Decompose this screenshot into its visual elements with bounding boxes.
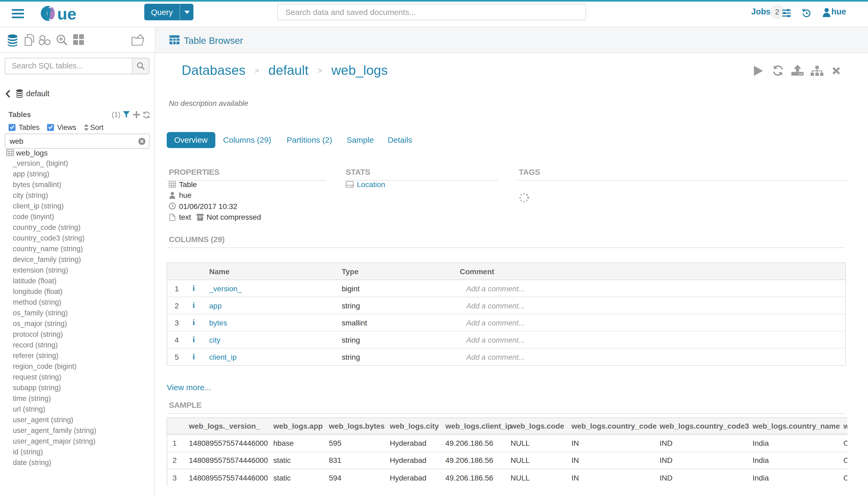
database-name[interactable]: default xyxy=(26,89,49,98)
assist-cubes-icon[interactable] xyxy=(38,34,51,46)
query-button[interactable]: Query xyxy=(144,4,193,20)
tab-link[interactable]: Sample xyxy=(347,135,374,144)
column-list-item[interactable]: _version_ (bigint) xyxy=(13,158,96,169)
column-list-item[interactable]: protocol (string) xyxy=(13,329,96,340)
sql-tables-search-placeholder[interactable]: Search SQL tables... xyxy=(5,58,132,74)
column-name-link[interactable]: client_ip xyxy=(201,348,335,365)
execute-icon[interactable] xyxy=(754,66,763,76)
tab-sample[interactable]: Sample xyxy=(347,135,374,145)
column-list-item[interactable]: country_code3 (string) xyxy=(13,233,96,244)
breadcrumb-item[interactable]: default xyxy=(268,63,309,78)
assist-apps-grid-icon[interactable] xyxy=(73,34,84,45)
column-comment[interactable]: Add a comment... xyxy=(453,331,846,348)
column-list-item[interactable]: date (string) xyxy=(13,458,96,468)
column-list-item[interactable]: client_ip (string) xyxy=(13,201,96,212)
tab-link[interactable]: Partitions (2) xyxy=(287,135,332,144)
database-breadcrumb[interactable]: default xyxy=(5,89,49,98)
column-list-item[interactable]: device_family (string) xyxy=(13,254,96,265)
column-list-item[interactable]: record (string) xyxy=(13,340,96,351)
column-list-item[interactable]: city (string) xyxy=(13,190,96,201)
sitemap-icon[interactable] xyxy=(810,66,823,76)
refresh-icon[interactable] xyxy=(143,111,150,119)
column-name-link[interactable]: bytes xyxy=(201,314,335,331)
info-icon[interactable]: i xyxy=(186,280,201,297)
column-comment[interactable]: Add a comment... xyxy=(453,297,846,314)
column-name-link[interactable]: app xyxy=(201,297,335,314)
column-list-item[interactable]: method (string) xyxy=(13,297,96,308)
column-list-item[interactable]: country_name (string) xyxy=(13,244,96,254)
refresh-table-icon[interactable] xyxy=(772,65,784,76)
assist-documents-icon[interactable] xyxy=(23,34,35,46)
sliders-icon[interactable] xyxy=(782,9,791,18)
column-list-item[interactable]: os_family (string) xyxy=(13,308,96,319)
column-list-item[interactable]: time (string) xyxy=(13,393,96,404)
info-icon[interactable]: i xyxy=(186,348,201,365)
query-button-label[interactable]: Query xyxy=(144,4,179,20)
upload-icon[interactable] xyxy=(791,65,804,76)
tab-details[interactable]: Details xyxy=(388,135,412,145)
column-list-item[interactable]: app (string) xyxy=(13,169,96,180)
column-list-item[interactable]: bytes (smallint) xyxy=(13,180,96,190)
tab-link[interactable]: Details xyxy=(388,135,412,144)
column-list-item[interactable]: referer (string) xyxy=(13,351,96,361)
column-list-item[interactable]: url (string) xyxy=(13,404,96,415)
column-list-item[interactable]: user_agent (string) xyxy=(13,415,96,425)
column-comment[interactable]: Add a comment... xyxy=(453,314,846,331)
tab-overview[interactable]: Overview xyxy=(167,132,215,148)
column-comment[interactable]: Add a comment... xyxy=(453,348,846,365)
close-icon[interactable] xyxy=(832,66,841,75)
column-list-item[interactable]: subapp (string) xyxy=(13,383,96,393)
column-list-item[interactable]: request (string) xyxy=(13,372,96,383)
hue-logo[interactable]: c ue xyxy=(38,5,95,22)
table-tree-item[interactable]: web_logs xyxy=(6,149,48,157)
column-list-item[interactable]: user_agent_family (string) xyxy=(13,425,96,436)
tables-checkbox[interactable] xyxy=(9,124,16,131)
column-list-item[interactable]: extension (string) xyxy=(13,265,96,276)
add-icon[interactable] xyxy=(133,111,140,118)
breadcrumb-item[interactable]: Databases xyxy=(182,63,246,78)
tab-columns-29-[interactable]: Columns (29) xyxy=(223,135,271,145)
column-list-item[interactable]: region_code (bigint) xyxy=(13,361,96,372)
column-comment[interactable]: Add a comment... xyxy=(453,280,846,297)
info-icon[interactable]: i xyxy=(186,331,201,348)
column-list-item[interactable]: country_code (string) xyxy=(13,222,96,233)
filter-icon[interactable] xyxy=(123,111,130,118)
sort-icon[interactable] xyxy=(84,124,89,131)
breadcrumb-item[interactable]: web_logs xyxy=(331,63,388,78)
sort-label[interactable]: Sort xyxy=(90,123,104,131)
column-list-item[interactable]: os_major (string) xyxy=(13,319,96,329)
sql-tables-search[interactable]: Search SQL tables... xyxy=(5,58,149,74)
column-list-item[interactable]: id (string) xyxy=(13,447,96,458)
column-name-link[interactable]: _version_ xyxy=(201,280,335,297)
info-icon[interactable]: i xyxy=(186,297,201,314)
clear-filter-icon[interactable] xyxy=(138,138,145,145)
column-list-item[interactable]: latitude (float) xyxy=(13,276,96,286)
query-dropdown-caret[interactable] xyxy=(179,4,193,20)
info-icon[interactable]: i xyxy=(186,314,201,331)
tab-partitions-2-[interactable]: Partitions (2) xyxy=(287,135,332,145)
jobs-link[interactable]: Jobs xyxy=(751,7,771,17)
views-checkbox[interactable] xyxy=(47,124,54,131)
user-name[interactable]: hue xyxy=(832,7,846,17)
assist-sql-db-icon[interactable] xyxy=(7,34,18,46)
column-list-item[interactable]: longitude (float) xyxy=(13,286,96,297)
location-link[interactable]: Location xyxy=(357,180,385,189)
table-filter-input[interactable]: web xyxy=(5,134,149,149)
history-icon[interactable] xyxy=(802,9,811,18)
global-search-input[interactable] xyxy=(277,4,586,20)
svg-text:ue: ue xyxy=(57,5,76,22)
column-list-item[interactable]: code (tinyint) xyxy=(13,212,96,222)
view-more-link[interactable]: View more... xyxy=(167,383,211,392)
column-name-link[interactable]: city xyxy=(201,331,335,348)
table-filter-value[interactable]: web xyxy=(10,137,23,145)
tables-checkbox-label[interactable]: Tables xyxy=(19,123,40,131)
column-list-item[interactable]: user_agent_major (string) xyxy=(13,436,96,447)
views-checkbox-label[interactable]: Views xyxy=(57,123,76,131)
table-name[interactable]: web_logs xyxy=(16,148,48,157)
assist-search-zoom-icon[interactable] xyxy=(56,34,68,46)
sql-tables-search-button[interactable] xyxy=(132,58,149,74)
user-icon[interactable] xyxy=(823,8,830,17)
hamburger-menu-icon[interactable] xyxy=(12,9,24,19)
assist-folder-icon[interactable] xyxy=(131,33,145,46)
tab-link[interactable]: Columns (29) xyxy=(223,135,271,144)
